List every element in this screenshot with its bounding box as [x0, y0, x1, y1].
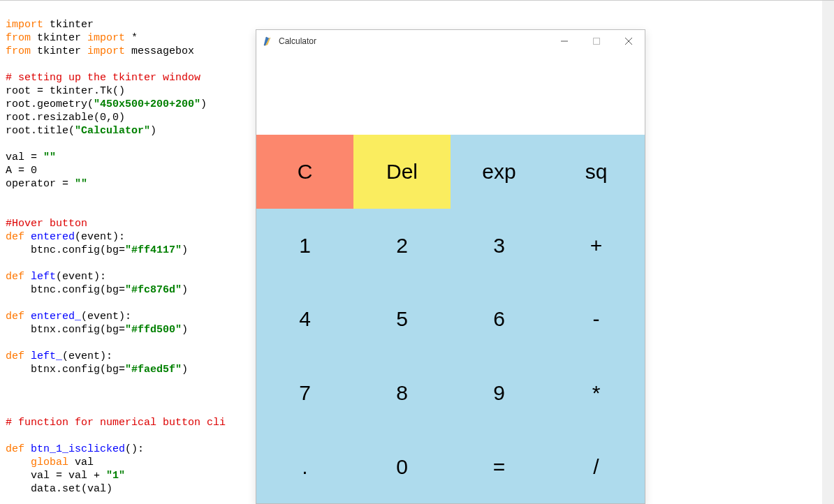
calculator-window: Calculator C Del exp sq 1 2 3 + 4 5 6 - …: [256, 29, 645, 504]
calculator-display: [256, 52, 645, 135]
minus-button[interactable]: -: [548, 282, 645, 356]
editor-vertical-scrollbar[interactable]: [822, 1, 834, 504]
multiply-button[interactable]: *: [548, 356, 645, 430]
clear-button[interactable]: C: [256, 135, 353, 209]
digit-3-button[interactable]: 3: [451, 209, 548, 283]
digit-2-button[interactable]: 2: [353, 209, 451, 283]
delete-button[interactable]: Del: [353, 135, 451, 209]
decimal-button[interactable]: .: [256, 429, 353, 503]
titlebar[interactable]: Calculator: [256, 30, 645, 52]
digit-8-button[interactable]: 8: [353, 356, 451, 430]
digit-5-button[interactable]: 5: [353, 282, 451, 356]
digit-1-button[interactable]: 1: [256, 209, 353, 283]
window-title: Calculator: [279, 35, 316, 48]
digit-0-button[interactable]: 0: [353, 429, 451, 503]
window-controls: [548, 30, 645, 52]
digit-7-button[interactable]: 7: [256, 356, 353, 430]
square-button[interactable]: sq: [548, 135, 645, 209]
plus-button[interactable]: +: [548, 209, 645, 283]
calculator-keypad: C Del exp sq 1 2 3 + 4 5 6 - 7 8 9 * . 0…: [256, 135, 645, 503]
digit-9-button[interactable]: 9: [451, 356, 548, 430]
app-icon: [262, 36, 273, 47]
minimize-button[interactable]: [548, 30, 580, 52]
close-button[interactable]: [613, 30, 645, 52]
exponent-button[interactable]: exp: [451, 135, 548, 209]
digit-4-button[interactable]: 4: [256, 282, 353, 356]
svg-rect-1: [594, 38, 600, 45]
divide-button[interactable]: /: [548, 429, 645, 503]
equals-button[interactable]: =: [451, 429, 548, 503]
maximize-button[interactable]: [580, 30, 613, 52]
digit-6-button[interactable]: 6: [451, 282, 548, 356]
